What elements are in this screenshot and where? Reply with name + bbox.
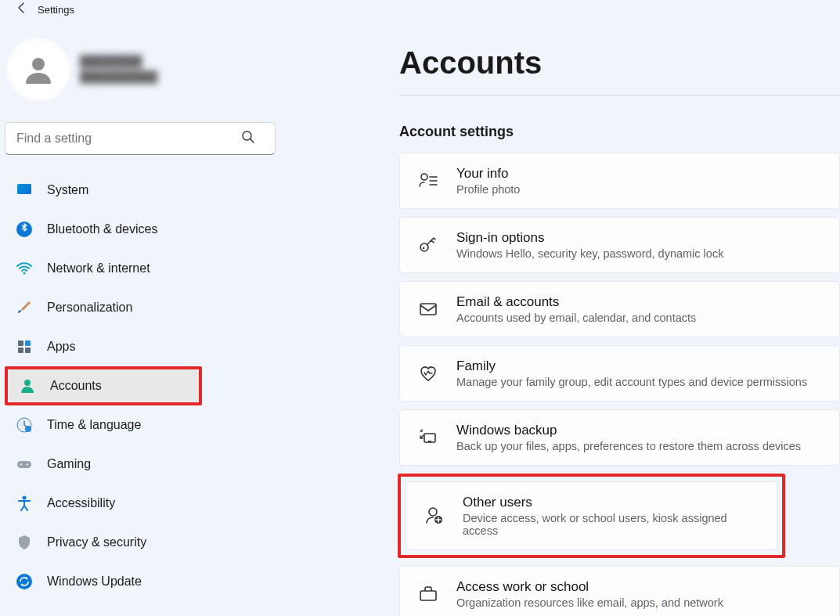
nav-item-accessibility[interactable]: Accessibility bbox=[5, 484, 277, 523]
add-user-icon bbox=[424, 505, 445, 527]
back-button[interactable] bbox=[16, 2, 28, 17]
card-subtitle: Accounts used by email, calendar, and co… bbox=[456, 312, 696, 324]
search-input[interactable] bbox=[5, 122, 276, 155]
bluetooth-icon bbox=[16, 221, 33, 238]
svg-rect-25 bbox=[420, 304, 436, 315]
nav-item-apps[interactable]: Apps bbox=[5, 327, 277, 366]
svg-point-6 bbox=[23, 272, 26, 275]
card-family[interactable]: Family Manage your family group, edit ac… bbox=[399, 345, 840, 402]
svg-point-28 bbox=[429, 508, 437, 516]
heart-icon bbox=[417, 362, 439, 384]
svg-point-15 bbox=[20, 464, 22, 466]
key-icon bbox=[417, 234, 439, 256]
mail-icon bbox=[417, 298, 439, 320]
nav-label: Network & internet bbox=[47, 261, 150, 276]
briefcase-icon bbox=[417, 583, 439, 605]
sidebar: ████████ ██████████ System Bluetooth & bbox=[0, 19, 282, 616]
shield-icon bbox=[16, 534, 33, 551]
highlight-accounts: Accounts bbox=[5, 366, 202, 405]
app-title: Settings bbox=[38, 4, 74, 16]
card-title: Access work or school bbox=[456, 579, 723, 595]
accessibility-icon bbox=[16, 495, 33, 512]
clock-icon bbox=[16, 416, 33, 434]
card-info-icon bbox=[417, 170, 439, 192]
nav-item-network[interactable]: Network & internet bbox=[5, 249, 277, 288]
card-other-users[interactable]: Other users Device access, work or schoo… bbox=[406, 481, 777, 550]
svg-rect-9 bbox=[18, 348, 23, 353]
brush-icon bbox=[16, 299, 33, 316]
nav-item-system[interactable]: System bbox=[5, 171, 277, 210]
gamepad-icon bbox=[16, 456, 33, 473]
display-icon bbox=[16, 182, 33, 199]
svg-point-11 bbox=[24, 380, 31, 386]
nav-item-bluetooth[interactable]: Bluetooth & devices bbox=[5, 210, 277, 249]
card-subtitle: Device access, work or school users, kio… bbox=[463, 512, 759, 537]
page-title: Accounts bbox=[399, 45, 840, 81]
svg-rect-4 bbox=[17, 184, 31, 194]
nav-item-update[interactable]: Windows Update bbox=[5, 562, 277, 601]
svg-rect-10 bbox=[25, 348, 31, 353]
nav-item-personalization[interactable]: Personalization bbox=[5, 288, 277, 327]
nav-label: Apps bbox=[47, 340, 75, 354]
nav-item-privacy[interactable]: Privacy & security bbox=[5, 523, 277, 562]
svg-rect-27 bbox=[428, 441, 431, 442]
card-subtitle: Organization resources like email, apps,… bbox=[456, 596, 723, 609]
nav-list: System Bluetooth & devices Network & int… bbox=[5, 171, 277, 601]
nav-label: Accessibility bbox=[47, 496, 115, 510]
wifi-icon bbox=[16, 260, 33, 277]
card-subtitle: Windows Hello, security key, password, d… bbox=[456, 247, 723, 260]
card-your-info[interactable]: Your info Profile photo bbox=[399, 153, 840, 209]
svg-point-19 bbox=[421, 174, 427, 180]
nav-label: Bluetooth & devices bbox=[47, 222, 157, 236]
card-title: Windows backup bbox=[456, 423, 801, 438]
svg-point-18 bbox=[16, 574, 32, 589]
nav-label: Time & language bbox=[47, 418, 141, 432]
nav-item-gaming[interactable]: Gaming bbox=[5, 445, 277, 484]
svg-point-17 bbox=[23, 496, 27, 500]
nav-label: Privacy & security bbox=[47, 535, 146, 549]
nav-item-accounts[interactable]: Accounts bbox=[8, 369, 199, 402]
user-name: ████████ ██████████ bbox=[80, 54, 157, 85]
nav-label: Personalization bbox=[47, 301, 132, 315]
svg-point-0 bbox=[32, 58, 45, 70]
card-subtitle: Profile photo bbox=[456, 183, 520, 196]
card-windows-backup[interactable]: Windows backup Back up your files, apps,… bbox=[399, 409, 840, 466]
card-title: Email & accounts bbox=[456, 294, 696, 310]
card-email-accounts[interactable]: Email & accounts Accounts used by email,… bbox=[399, 281, 840, 337]
nav-label: Windows Update bbox=[47, 575, 142, 589]
svg-rect-7 bbox=[18, 340, 23, 346]
nav-label: Accounts bbox=[50, 379, 102, 393]
card-access-work-school[interactable]: Access work or school Organization resou… bbox=[399, 566, 840, 616]
user-block[interactable]: ████████ ██████████ bbox=[5, 36, 277, 103]
apps-icon bbox=[16, 338, 33, 355]
svg-point-16 bbox=[27, 464, 28, 466]
svg-point-24 bbox=[423, 247, 425, 250]
nav-item-time[interactable]: Time & language bbox=[5, 405, 277, 445]
card-title: Your info bbox=[456, 166, 520, 182]
card-title: Other users bbox=[463, 495, 759, 510]
svg-point-13 bbox=[25, 426, 31, 432]
nav-label: Gaming bbox=[47, 457, 91, 471]
update-icon bbox=[16, 573, 33, 590]
avatar bbox=[9, 41, 67, 99]
card-subtitle: Back up your files, apps, preferences to… bbox=[456, 440, 801, 452]
card-title: Sign-in options bbox=[456, 230, 723, 246]
main-content: Accounts Account settings Your info Prof… bbox=[282, 19, 840, 616]
svg-rect-8 bbox=[25, 340, 31, 346]
divider bbox=[399, 95, 840, 95]
card-title: Family bbox=[456, 358, 807, 374]
section-title: Account settings bbox=[399, 124, 840, 140]
card-signin-options[interactable]: Sign-in options Windows Hello, security … bbox=[399, 217, 840, 273]
backup-icon bbox=[417, 427, 439, 448]
titlebar: Settings bbox=[0, 0, 840, 19]
highlight-other-users: Other users Device access, work or schoo… bbox=[398, 474, 785, 558]
nav-label: System bbox=[47, 183, 88, 197]
svg-rect-14 bbox=[17, 461, 31, 468]
person-icon bbox=[19, 377, 36, 394]
card-subtitle: Manage your family group, edit account t… bbox=[456, 376, 807, 388]
svg-rect-30 bbox=[420, 591, 436, 600]
search bbox=[5, 122, 272, 155]
